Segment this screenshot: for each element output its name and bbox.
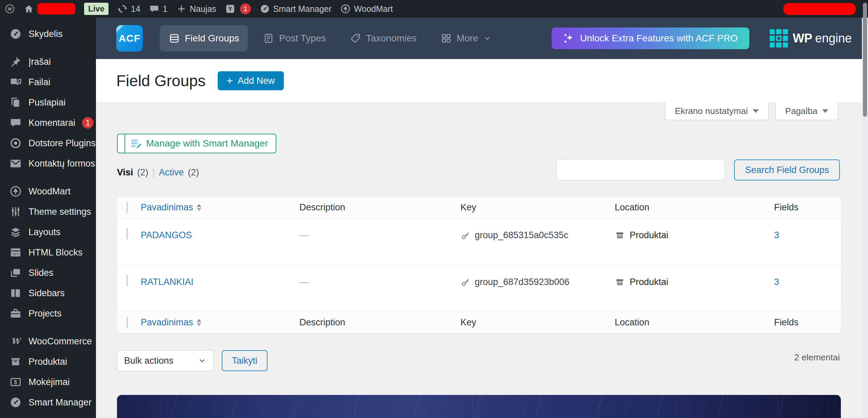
sidebar-item-failai[interactable]: Failai <box>0 72 96 92</box>
gauge-icon <box>260 4 270 14</box>
help-tab[interactable]: Pagalba <box>775 102 838 120</box>
tab-field-groups[interactable]: Field Groups <box>160 25 248 52</box>
target-icon <box>9 137 22 149</box>
manage-smart-manager-button[interactable]: Manage with Smart Manager <box>117 134 276 153</box>
tab-more[interactable]: More <box>432 25 500 52</box>
screen-options-label: Ekrano nustatymai <box>675 106 748 116</box>
column-footer-fields: Fields <box>774 317 841 328</box>
smart-manager-menu[interactable]: Smart Manager <box>260 4 332 14</box>
column-header-title[interactable]: Pavadinimas <box>141 202 299 213</box>
updates-count: 14 <box>131 4 140 14</box>
sidebar-item-label: Slides <box>28 268 54 278</box>
yoast-icon: Y <box>225 4 235 14</box>
filter-active-count: (2) <box>188 167 199 178</box>
acf-toolbar: ACF Field Groups Post Types Taxonomies M… <box>96 18 862 59</box>
yoast-notification-badge: 1 <box>240 3 251 14</box>
table-footer-row: Pavadinimas Description Key Location Fie… <box>117 311 841 333</box>
svg-text:</>: </> <box>13 252 19 256</box>
redacted-user-menu[interactable] <box>783 3 856 15</box>
wpengine-logo: WPengine <box>770 29 852 48</box>
row-description: — <box>299 218 460 241</box>
column-header-key: Key <box>460 202 615 213</box>
sidebar-item-woocommerce[interactable]: W WooCommerce <box>0 331 96 352</box>
tab-taxonomies[interactable]: Taxonomies <box>341 25 425 52</box>
svg-text:W: W <box>8 7 12 12</box>
code-block-icon: </> <box>9 246 22 259</box>
new-label: Naujas <box>190 4 216 14</box>
unlock-acf-pro-button[interactable]: Unlock Extra Features with ACF PRO <box>552 27 749 49</box>
grid-icon <box>440 33 452 44</box>
updates-menu[interactable]: 14 <box>117 4 140 14</box>
sidebar-item-skydelis[interactable]: Skydelis <box>0 24 96 44</box>
tab-post-types[interactable]: Post Types <box>254 25 335 52</box>
select-all-checkbox[interactable] <box>126 317 128 328</box>
filter-active-link[interactable]: Active <box>159 167 184 178</box>
sidebar-item-smart-manager[interactable]: Smart Manager <box>0 392 96 413</box>
caret-down-icon <box>822 109 828 113</box>
woodmart-label: WoodMart <box>354 4 393 14</box>
search-field-groups-button[interactable]: Search Field Groups <box>734 159 840 180</box>
fields-count-link[interactable]: 3 <box>774 230 779 240</box>
row-description: — <box>299 265 460 287</box>
sidebar-item-sidebars[interactable]: Sidebars <box>0 283 96 303</box>
key-text: group_687d35923b006 <box>475 277 569 287</box>
sidebar-item-html-blocks[interactable]: </> HTML Blocks <box>0 242 96 263</box>
media-icon <box>9 76 22 88</box>
sidebar-item-komentarai[interactable]: Komentarai 1 <box>0 113 96 133</box>
sidebar-item-mokejimai[interactable]: $ Mokėjimai <box>0 372 96 392</box>
manage-row: Manage with Smart Manager <box>117 134 862 154</box>
woodmart-menu[interactable]: WoodMart <box>340 4 393 14</box>
sidebar-item-kontaktu-formos[interactable]: Kontaktų formos <box>0 153 96 174</box>
comments-menu[interactable]: 1 <box>149 4 167 14</box>
row-checkbox[interactable] <box>126 275 128 286</box>
comments-badge: 1 <box>82 117 94 129</box>
add-new-button[interactable]: + Add New <box>218 71 283 90</box>
sidebar-item-produktai[interactable]: Produktai <box>0 352 96 372</box>
field-group-title-link[interactable]: RATLANKIAI <box>141 277 194 287</box>
wp-admin-bar: W Live 14 1 Naujas Y 1 Smart Ma <box>0 0 868 18</box>
sidebar-item-projects[interactable]: Projects <box>0 303 96 324</box>
sidebar-item-label: Kontaktų formos <box>28 158 95 169</box>
wpengine-engine-text: engine <box>815 31 852 45</box>
filter-separator: | <box>153 167 155 178</box>
row-checkbox[interactable] <box>126 228 128 240</box>
select-all-checkbox[interactable] <box>126 202 128 213</box>
wordpress-logo-icon: W <box>5 4 15 14</box>
bulk-actions-label: Bulk actions <box>124 356 174 366</box>
sidebar-item-label: Įrašai <box>28 57 51 67</box>
filter-all-link[interactable]: Visi <box>117 167 133 178</box>
sidebar-item-theme-settings[interactable]: Theme settings <box>0 202 96 222</box>
sidebar-item-label: Puslapiai <box>28 97 66 108</box>
svg-text:$: $ <box>14 379 17 385</box>
wordpress-menu[interactable]: W <box>5 4 15 14</box>
column-footer-key: Key <box>460 317 615 328</box>
sidebar-item-irasai[interactable]: Įrašai <box>0 52 96 72</box>
search-input[interactable] <box>556 159 725 180</box>
caret-down-icon <box>753 109 759 113</box>
yoast-menu[interactable]: Y 1 <box>225 3 251 14</box>
key-icon <box>460 230 471 241</box>
table-row: RATLANKIAI — group_687d35923b006 Produkt… <box>117 265 841 311</box>
sidebar-item-layouts[interactable]: Layouts <box>0 222 96 242</box>
sidebar-item-woodmart[interactable]: WoodMart <box>0 181 96 202</box>
column-footer-title[interactable]: Pavadinimas <box>141 317 299 328</box>
new-content-menu[interactable]: Naujas <box>176 4 216 14</box>
sidebar-item-label: Layouts <box>28 227 61 238</box>
sidebar-item-puslapiai[interactable]: Puslapiai <box>0 92 96 113</box>
sidebar-item-dotstore-plugins[interactable]: Dotstore Plugins <box>0 133 96 153</box>
screen-options-tab[interactable]: Ekrano nustatymai <box>665 102 768 120</box>
fields-count-link[interactable]: 3 <box>774 277 779 287</box>
column-header-location: Location <box>615 202 774 213</box>
redacted-site-name[interactable] <box>37 3 75 15</box>
sliders-icon <box>9 206 22 218</box>
site-link[interactable] <box>24 3 75 15</box>
page-title: Field Groups <box>116 72 205 90</box>
sidebar-item-slides[interactable]: Slides <box>0 263 96 283</box>
field-group-title-link[interactable]: PADANGOS <box>141 230 192 240</box>
tag-icon <box>350 33 361 44</box>
chevron-down-icon <box>483 34 491 42</box>
row-location: Produktai <box>615 218 774 241</box>
page-scrollbar-thumb[interactable] <box>863 3 867 117</box>
bulk-actions-select[interactable]: Bulk actions <box>117 350 214 371</box>
apply-button[interactable]: Taikyti <box>222 350 268 371</box>
